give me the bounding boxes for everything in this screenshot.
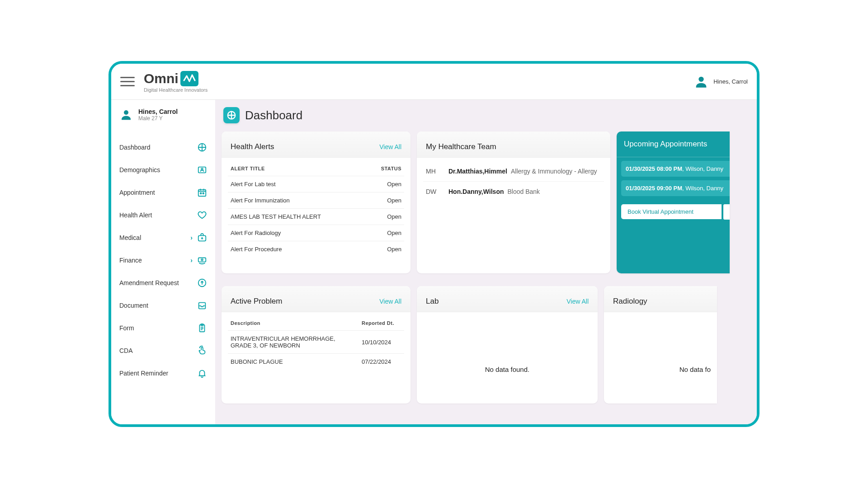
team-spec: Allergy & Immunology - Allergy [511,168,597,175]
no-data-label: No data fo [610,316,711,373]
table-row[interactable]: Alert For ProcedureOpen [228,241,404,258]
card-health-alerts: Health Alerts View All ALERT TITLE STATU… [222,131,410,273]
nav-label: Patient Reminder [119,370,168,377]
clipboard-icon [197,323,207,333]
table-row[interactable]: BUBONIC PLAGUE07/22/2024 [228,354,404,370]
menu-toggle-icon[interactable] [120,75,135,89]
svg-point-6 [200,192,202,194]
nav-label: Document [119,302,148,309]
view-all-link[interactable]: View All [566,298,589,305]
sidebar-user[interactable]: Hines, Carrol Male 27 Y [111,104,215,127]
page-title: Dashboard [245,108,302,122]
touch-icon [197,346,207,356]
col-status: STATUS [367,161,404,176]
medical-bag-icon [197,233,207,243]
table-row[interactable]: Alert For Lab testOpen [228,176,404,192]
sidebar: Hines, Carrol Male 27 Y Dashboard Demogr… [111,100,215,424]
brand-logo[interactable]: Omni Digital Healthcare Innovators [144,71,208,93]
brand-tagline: Digital Healthcare Innovators [144,87,208,93]
bell-icon [197,368,207,378]
chevron-right-icon: › [190,257,193,264]
user-avatar-icon [119,108,133,122]
nav-appointment[interactable]: Appointment [111,181,215,204]
appointment-item[interactable]: 01/30/2025 08:00 PM, Wilson, Danny [621,161,730,177]
card-title: My Healthcare Team [426,142,496,151]
nav-medical[interactable]: Medical › [111,226,215,249]
svg-rect-9 [198,258,206,262]
card-title: Lab [426,297,439,306]
nav-form[interactable]: Form [111,317,215,339]
nav-document[interactable]: Document [111,294,215,317]
team-spec: Blood Bank [508,188,540,195]
view-all-link[interactable]: View All [379,143,401,150]
brand-name: Omni [144,71,179,86]
svg-point-10 [201,259,203,261]
nav-dashboard[interactable]: Dashboard [111,136,215,159]
book-virtual-appointment-button[interactable]: Book Virtual Appointment [621,204,722,219]
team-name: Hon.Danny,Wilson [448,188,504,195]
heart-icon [197,210,207,220]
card-radiology: Radiology No data fo [604,286,717,404]
card-upcoming-appointments: Upcoming Appointments 01/30/2025 08:00 P… [617,131,730,273]
col-description: Description [228,316,359,331]
card-healthcare-team: My Healthcare Team MH Dr.Matthias,Himmel… [417,131,610,273]
card-title: Upcoming Appointments [617,131,730,157]
card-active-problem: Active Problem View All Description Repo… [222,286,410,404]
dashboard-icon [197,142,207,152]
sidebar-nav: Dashboard Demographics Appointment Healt… [111,136,215,385]
money-icon [197,255,207,265]
team-name: Dr.Matthias,Himmel [448,168,507,175]
card-title: Health Alerts [231,142,274,151]
table-row[interactable]: Alert For RadiologyOpen [228,225,404,241]
problem-table: Description Reported Dt. INTRAVENTRICULA… [228,316,404,370]
team-initials: DW [426,188,441,195]
card-lab: Lab View All No data found. [417,286,598,404]
appointment-item[interactable]: 01/30/2025 09:00 PM, Wilson, Danny [621,180,730,196]
cards-row-1: Health Alerts View All ALERT TITLE STATU… [222,131,757,273]
calendar-icon [197,188,207,197]
secondary-book-button[interactable] [723,204,730,220]
nav-finance[interactable]: Finance › [111,249,215,272]
nav-label: Finance [119,257,142,264]
upload-icon [197,278,207,288]
brand-mark-icon [180,71,198,86]
nav-label: Demographics [119,166,160,174]
sidebar-user-sub: Male 27 Y [138,115,178,122]
table-row[interactable]: INTRAVENTRICULAR HEMORRHAGE, GRADE 3, OF… [228,331,404,354]
view-all-link[interactable]: View All [379,298,401,305]
nav-label: Medical [119,234,141,241]
nav-demographics[interactable]: Demographics [111,159,215,181]
table-row[interactable]: Alert For ImmunizationOpen [228,192,404,209]
team-row[interactable]: MH Dr.Matthias,HimmelAllergy & Immunolog… [423,161,604,182]
nav-label: Dashboard [119,144,151,151]
sidebar-user-name: Hines, Carrol [138,108,178,115]
top-user[interactable]: Hines, Carrol [693,74,748,89]
card-title: Radiology [613,297,647,306]
team-row[interactable]: DW Hon.Danny,WilsonBlood Bank [423,182,604,202]
cards-row-2: Active Problem View All Description Repo… [222,286,757,404]
topbar: Omni Digital Healthcare Innovators Hines… [111,64,757,100]
nav-label: Amendment Request [119,279,179,286]
chevron-right-icon: › [190,234,193,241]
nav-reminder[interactable]: Patient Reminder [111,362,215,385]
nav-health-alert[interactable]: Health Alert [111,204,215,226]
card-title: Active Problem [231,297,282,306]
app-frame: Omni Digital Healthcare Innovators Hines… [108,61,760,427]
content-area: Dashboard Health Alerts View All ALERT T… [215,100,757,424]
nav-amendment[interactable]: Amendment Request [111,272,215,294]
no-data-label: No data found. [423,316,591,373]
svg-point-4 [201,168,203,170]
main-layout: Hines, Carrol Male 27 Y Dashboard Demogr… [111,100,757,424]
alerts-table: ALERT TITLE STATUS Alert For Lab testOpe… [228,161,404,257]
page-header: Dashboard [222,104,757,131]
nav-cda[interactable]: CDA [111,339,215,362]
svg-point-0 [698,76,703,81]
svg-point-1 [124,110,128,115]
top-user-name: Hines, Carrol [713,78,748,85]
nav-label: CDA [119,347,133,354]
id-card-icon [197,165,207,175]
svg-rect-5 [198,190,206,197]
svg-point-7 [203,192,204,194]
table-row[interactable]: AMES LAB TEST HEALTH ALERTOpen [228,209,404,225]
dashboard-header-icon [223,107,240,123]
